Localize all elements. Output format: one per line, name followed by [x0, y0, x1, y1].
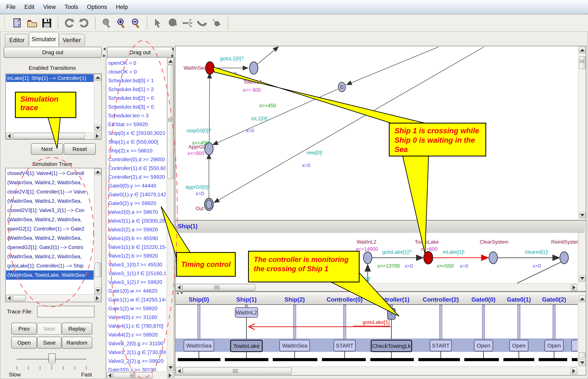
- trace-list-hscrollbar[interactable]: [6, 294, 101, 302]
- variable-item[interactable]: Valve1(2).b >= 59920: [107, 252, 166, 260]
- menu-edit[interactable]: Edit: [24, 4, 34, 10]
- variable-item[interactable]: ErrStat >= 59920: [107, 120, 166, 129]
- zoom-out-icon[interactable]: [130, 18, 141, 28]
- variable-item[interactable]: Gate0(2).y >= 59920: [107, 199, 166, 208]
- msc-col-gate02[interactable]: Gate0(2): [542, 296, 566, 303]
- speed-slider-knob[interactable]: [48, 353, 56, 366]
- trace-item[interactable]: (WaitInSea, WaitInL2, WaitInSea,: [6, 233, 94, 243]
- variable-item[interactable]: Valve1(1).b ∈ [15220,15470]: [107, 243, 166, 252]
- redo-icon[interactable]: [79, 18, 89, 28]
- reset-button[interactable]: Reset: [64, 143, 96, 155]
- variable-item[interactable]: Scheduler.list[3] = 0: [107, 102, 166, 111]
- trace-item[interactable]: (WaitInSea, WaitInL2, WaitInSea,: [6, 252, 94, 261]
- ship1-hscrollbar[interactable]: [175, 283, 578, 291]
- trace-item[interactable]: (WaitInSea, WaitInL2, WaitInSea,: [6, 178, 94, 187]
- variable-item[interactable]: Ship(1).x ∈ [550,600]: [107, 138, 166, 146]
- variable-item[interactable]: closeOK = 0: [107, 67, 166, 76]
- trace-item[interactable]: openedG2[1]: Gate2(1) --> Contro: [6, 243, 94, 252]
- enabled-list-vscrollbar[interactable]: [94, 74, 101, 132]
- msc-hscrollbar[interactable]: [175, 366, 578, 375]
- trace-item[interactable]: (WaitInSea, WaitInL2, WaitInSea,: [6, 196, 94, 206]
- tab-editor[interactable]: Editor: [5, 34, 29, 46]
- msc-state-ship1[interactable]: TowtoLake: [230, 340, 263, 352]
- open-icon[interactable]: [27, 18, 37, 28]
- trace-next-button[interactable]: Next: [37, 323, 62, 335]
- variable-item[interactable]: Valve3_1(0).f >= 45530: [107, 260, 166, 269]
- add-location-icon[interactable]: *: [168, 18, 178, 28]
- variable-item[interactable]: Controller(2).d >= 59920: [107, 173, 166, 181]
- variable-item[interactable]: Valve3_2(0).g >= 31100: [107, 339, 166, 348]
- variables-hscrollbar[interactable]: [106, 372, 174, 379]
- msc-state-gate01[interactable]: Open: [509, 340, 528, 351]
- trace-item[interactable]: gotoLake[1]: Controller(1) --> Ship: [6, 261, 94, 270]
- prev-button[interactable]: Prev: [11, 323, 37, 335]
- variable-item[interactable]: Scheduler.list[2] = 0: [107, 94, 166, 102]
- tab-simulator[interactable]: Simulator: [29, 32, 59, 46]
- ship0-vscrollbar[interactable]: [578, 46, 586, 219]
- variable-item[interactable]: Gate1(0).w >= 44620: [107, 286, 166, 295]
- variable-item[interactable]: Gate1(1).w ∈ [14250,14420]: [107, 295, 166, 304]
- variable-item[interactable]: Valve3_2(1).g ∈ [730,800]: [107, 348, 166, 357]
- add-nail-icon[interactable]: [197, 18, 207, 28]
- zoom-icon[interactable]: [101, 18, 112, 28]
- msc-state-controller0[interactable]: START: [334, 340, 356, 351]
- variable-item[interactable]: Ship(0).x ∈ [29100,30210]: [107, 129, 166, 138]
- variable-item[interactable]: Gate2(0).z >= 30190: [107, 365, 166, 371]
- drag-out-button-middle[interactable]: Drag out: [107, 47, 173, 58]
- ship1-vscrollbar[interactable]: [578, 233, 586, 283]
- msc-col-controller0[interactable]: Controller(0): [327, 296, 363, 303]
- save-button[interactable]: Save: [37, 337, 62, 349]
- msc-col-gate01[interactable]: Gate0(1): [507, 296, 531, 303]
- trace-file-input[interactable]: [37, 306, 95, 317]
- select-tool-icon[interactable]: [153, 18, 163, 28]
- msc-col-gate00[interactable]: Gate0(0): [471, 296, 495, 303]
- splitter-middle-right[interactable]: [172, 47, 174, 57]
- trace-item[interactable]: (WaitInSea, TowtoLake, WaitInSea: [6, 270, 94, 280]
- variable-item[interactable]: Gate1(2).w >= 59920: [107, 304, 166, 313]
- variable-item[interactable]: Valve2(1).a ∈ [28300,28670]: [107, 216, 166, 225]
- variable-item[interactable]: Valve2(0).a >= 58670: [107, 208, 166, 216]
- replay-button[interactable]: Replay: [62, 323, 92, 335]
- variable-item[interactable]: Valve4(2).c >= 59920: [107, 330, 166, 339]
- location-towtol1[interactable]: [250, 62, 258, 74]
- next-button[interactable]: Next: [31, 143, 63, 155]
- msc-state-ship0[interactable]: WaitInSea: [184, 340, 214, 351]
- msc-col-ship1[interactable]: Ship(1): [236, 296, 256, 303]
- variables-vscrollbar[interactable]: [167, 58, 174, 371]
- location-waitinsea[interactable]: [206, 62, 214, 74]
- enabled-list-hscrollbar[interactable]: [6, 132, 101, 139]
- variable-item[interactable]: Scheduler.list[1] = 2: [107, 85, 166, 94]
- msc-state-gate02[interactable]: Open: [544, 340, 564, 351]
- msc-state-ship2[interactable]: WaitInSea: [279, 340, 310, 351]
- msc-state-controller1[interactable]: CheckTowingLk: [371, 340, 412, 352]
- location-clearsystem[interactable]: [489, 252, 497, 264]
- variable-item[interactable]: Valve4(1).c ∈ [790,870]: [107, 322, 166, 330]
- location-reinitsystem[interactable]: [560, 252, 568, 264]
- variable-item[interactable]: Gate0(0).y >= 44440: [107, 181, 166, 190]
- msc-col-ship0[interactable]: Ship(0): [189, 296, 209, 303]
- msc-col-ship2[interactable]: Ship(2): [285, 296, 305, 303]
- menu-view[interactable]: View: [43, 4, 56, 10]
- variable-item[interactable]: Controller(0).d >= 29650: [107, 155, 166, 164]
- menu-file[interactable]: File: [6, 4, 16, 10]
- msc-state-gate00[interactable]: Open: [474, 340, 493, 351]
- trace-item[interactable]: (WaitInSea, WaitInL2, WaitInSea,: [6, 215, 94, 224]
- ship1-header[interactable]: Ship(1): [175, 221, 585, 233]
- variable-item[interactable]: openOK = 0: [107, 59, 166, 67]
- msc-vscrollbar[interactable]: [578, 295, 586, 366]
- drag-out-button-left[interactable]: Drag out: [4, 47, 102, 58]
- undo-icon[interactable]: [64, 18, 75, 28]
- variable-item[interactable]: Controller(1).d ∈ [550,600]: [107, 164, 166, 173]
- location-waitinl2[interactable]: [364, 252, 372, 264]
- variable-item[interactable]: Scheduler.list[0] = 1: [107, 76, 166, 85]
- variable-item[interactable]: Gate0(1).y ∈ [14070,14240]: [107, 190, 166, 199]
- variable-item[interactable]: Valve1(0).b >= 45590: [107, 234, 166, 243]
- trace-item[interactable]: openG2[1]: Controller(1) --> Gate2: [6, 224, 94, 233]
- msc-state-partial[interactable]: [571, 340, 578, 351]
- msc-col-controller1[interactable]: Controller(1): [373, 296, 409, 303]
- trace-item[interactable]: closedV4[1]: Valve4(1) --> Controll: [6, 169, 94, 178]
- add-edge-icon[interactable]: [182, 18, 193, 28]
- variable-item[interactable]: Valve3_1(2).f >= 59920: [107, 278, 166, 286]
- msc-col-controller2[interactable]: Controller(2): [423, 296, 459, 303]
- variable-item[interactable]: Valve4(0).c >= 31160: [107, 313, 166, 322]
